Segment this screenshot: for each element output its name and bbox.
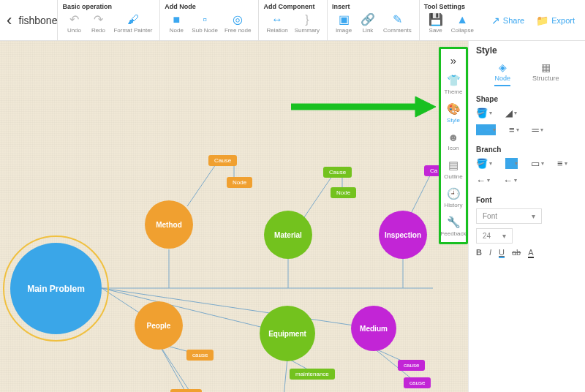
collapse-button[interactable]: ▲Collapse xyxy=(448,12,477,35)
node-icon: ■ xyxy=(173,14,181,26)
share-icon: ↗ xyxy=(491,15,500,26)
svg-line-5 xyxy=(102,288,287,333)
svg-line-7 xyxy=(187,162,217,206)
svg-line-13 xyxy=(159,344,186,392)
undo-button[interactable]: ↶Undo xyxy=(62,12,86,35)
doc-title: fishbone xyxy=(19,0,58,40)
border-width[interactable]: ═▾ xyxy=(532,124,543,135)
branch-line[interactable]: ✎▾ xyxy=(505,158,518,169)
node-tab-icon: ◈ xyxy=(499,61,507,73)
link-button[interactable]: 🔗Link xyxy=(356,12,380,35)
comments-button[interactable]: ✎Comments xyxy=(380,12,415,35)
branch-style[interactable]: ≡▾ xyxy=(557,158,567,169)
underline-button[interactable]: U xyxy=(499,248,505,258)
export-button[interactable]: 📁Export xyxy=(532,12,579,29)
link-icon: 🔗 xyxy=(361,14,375,26)
branch-start[interactable]: ←▾ xyxy=(476,175,490,186)
tag-node[interactable]: Node xyxy=(227,177,252,188)
relation-button[interactable]: ↔Relation xyxy=(263,12,290,35)
side-panel: » 👕Theme🎨Style☻Icon▤Outline🕘History🔧Feed… xyxy=(439,47,468,244)
border-color[interactable]: ✎▾ xyxy=(476,124,496,135)
summary-button[interactable]: }Summary xyxy=(292,12,322,35)
outline-icon: ▤ xyxy=(448,159,458,172)
shape-section-title: Shape xyxy=(476,95,578,103)
bold-button[interactable]: B xyxy=(476,248,482,258)
main-node[interactable]: Main Problem xyxy=(10,243,102,334)
sub-node-icon: ▫ xyxy=(203,14,207,26)
save-button[interactable]: 💾Save xyxy=(424,12,448,35)
branch-node[interactable]: Equipment xyxy=(260,306,315,361)
image-icon: ▣ xyxy=(339,14,350,26)
canvas[interactable]: Main ProblemMethodMaterialInspectionPeop… xyxy=(0,41,468,392)
font-color-button[interactable]: A xyxy=(528,248,533,258)
save-icon: 💾 xyxy=(429,14,443,26)
side-icon[interactable]: ☻Icon xyxy=(440,127,466,155)
group-title: Add Node xyxy=(165,3,254,10)
structure-tab-icon: ▦ xyxy=(541,61,551,73)
tab-node[interactable]: ◈Node xyxy=(494,61,510,86)
group-title: Add Component xyxy=(263,3,322,10)
branch-node[interactable]: Inspection xyxy=(379,211,427,259)
font-size-select[interactable]: 24▾ xyxy=(476,228,513,244)
tag-node[interactable]: number xyxy=(170,389,202,392)
svg-line-16 xyxy=(282,358,287,392)
tag-node[interactable]: Cause xyxy=(208,155,237,166)
branch-shape[interactable]: ▭▾ xyxy=(531,158,544,169)
tab-structure[interactable]: ▦Structure xyxy=(532,61,559,86)
free-node-icon: ◎ xyxy=(233,14,243,26)
comments-icon: ✎ xyxy=(393,14,402,26)
shadow[interactable]: ◢▾ xyxy=(505,108,517,118)
border-style[interactable]: ≡▾ xyxy=(509,124,519,135)
side-theme[interactable]: 👕Theme xyxy=(440,70,466,99)
summary-icon: } xyxy=(305,14,309,26)
side-outline[interactable]: ▤Outline xyxy=(440,155,466,184)
panel-title: Style xyxy=(476,45,578,56)
strike-button[interactable]: ab xyxy=(512,248,521,258)
tag-node[interactable]: Cause xyxy=(323,167,352,178)
share-button[interactable]: ↗Share xyxy=(487,12,529,29)
tag-node[interactable]: cause xyxy=(404,377,431,388)
theme-icon: 👕 xyxy=(447,74,461,87)
sub-node-button[interactable]: ▫Sub Node xyxy=(189,12,221,35)
tag-node[interactable]: Node xyxy=(331,187,356,198)
group-title: Tool Settings xyxy=(424,3,477,10)
format-painter-button[interactable]: 🖌Format Painter xyxy=(110,12,155,35)
feedback-icon: 🔧 xyxy=(447,216,461,229)
tag-node[interactable]: cause xyxy=(186,350,214,361)
undo-icon: ↶ xyxy=(69,14,79,26)
branch-node[interactable]: Material xyxy=(264,211,312,259)
italic-button[interactable]: I xyxy=(489,248,491,258)
branch-node[interactable]: Medium xyxy=(351,306,396,351)
tag-node[interactable]: cause xyxy=(398,360,425,371)
group-title: Insert xyxy=(332,3,415,10)
branch-end[interactable]: ←▾ xyxy=(503,175,517,186)
node-button[interactable]: ■Node xyxy=(165,12,188,35)
redo-icon: ↷ xyxy=(94,14,103,26)
font-family-select[interactable]: Font▾ xyxy=(476,208,542,224)
relation-icon: ↔ xyxy=(271,14,283,26)
format-painter-icon: 🖌 xyxy=(127,14,139,26)
redo-button[interactable]: ↷Redo xyxy=(86,12,110,35)
style-panel: Style ◈Node▦Structure Shape 🪣▾ ◢▾ ✎▾ ≡▾ … xyxy=(468,41,585,392)
font-section-title: Font xyxy=(476,196,578,204)
side-feedback[interactable]: 🔧Feedback xyxy=(440,212,466,241)
branch-node[interactable]: Method xyxy=(145,200,193,249)
back-button[interactable]: ‹ xyxy=(0,0,19,40)
branch-fill[interactable]: 🪣▾ xyxy=(476,158,492,169)
branch-section-title: Branch xyxy=(476,146,578,154)
image-button[interactable]: ▣Image xyxy=(332,12,355,35)
branch-node[interactable]: People xyxy=(135,301,183,350)
tag-node[interactable]: maintenance xyxy=(290,369,335,380)
free-node-button[interactable]: ◎Free node xyxy=(222,12,254,35)
style-icon: 🎨 xyxy=(447,102,461,116)
side-style[interactable]: 🎨Style xyxy=(440,99,466,127)
side-history[interactable]: 🕘History xyxy=(440,184,466,212)
annotation-arrow xyxy=(291,92,437,124)
expand-icon[interactable]: » xyxy=(441,50,466,70)
svg-line-9 xyxy=(303,174,333,219)
top-toolbar: ‹ fishbone Basic operation↶Undo↷Redo🖌For… xyxy=(0,0,585,41)
collapse-icon: ▲ xyxy=(456,14,468,26)
fill-color[interactable]: 🪣▾ xyxy=(476,108,492,118)
export-icon: 📁 xyxy=(536,15,548,26)
history-icon: 🕘 xyxy=(447,187,461,200)
